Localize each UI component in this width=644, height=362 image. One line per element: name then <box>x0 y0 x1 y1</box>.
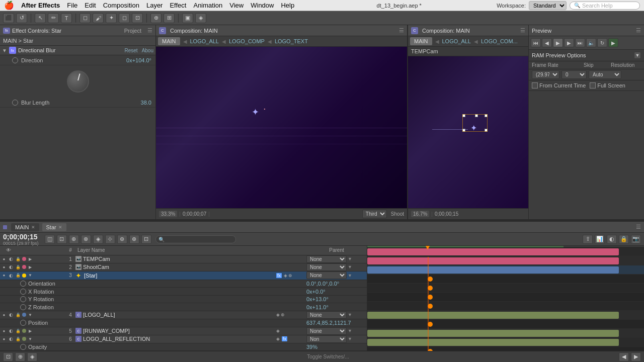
layer-5-expand[interactable] <box>27 328 33 334</box>
toolbar-clone[interactable]: ✦ <box>106 13 117 23</box>
tl-search-input[interactable] <box>155 235 236 243</box>
timeline-timecode[interactable]: 0;00;00;15 <box>3 233 39 241</box>
tl-btn-9[interactable]: ⊡ <box>141 235 151 244</box>
toolbar-camera[interactable]: ⊞ <box>164 13 175 23</box>
toolbar-text[interactable]: T <box>61 13 72 23</box>
comp-tab-main[interactable]: MAIN <box>158 37 180 45</box>
layer-3-parent-dropdown[interactable]: ▼ <box>348 273 352 278</box>
keyframe-position[interactable] <box>428 322 433 327</box>
toolbar-roto[interactable]: ⊡ <box>132 13 143 23</box>
track-bar-2[interactable] <box>367 257 619 264</box>
menu-edit[interactable]: Edit <box>85 2 96 9</box>
tl-btn-shift[interactable]: ⇧ <box>583 235 593 244</box>
right-nav-logo-comp[interactable]: LOGO_COM... <box>481 38 518 44</box>
toolbar-btn-2[interactable]: ↺ <box>16 13 27 23</box>
menu-help[interactable]: Help <box>281 2 294 9</box>
btn-ram[interactable]: ▶ <box>608 38 618 47</box>
track-bar-5[interactable] <box>367 330 619 337</box>
layer-1-solo[interactable] <box>8 256 14 262</box>
layer-row-3[interactable]: 3 ✦ [Star] fx ◈ ⊕ None ▼ <box>0 272 367 280</box>
tl-btn-5[interactable]: ◈ <box>93 235 103 244</box>
toolbar-eraser[interactable]: ◻ <box>119 13 130 23</box>
tl-btn-camera[interactable]: 📷 <box>631 235 641 244</box>
menu-layer[interactable]: Layer <box>146 2 163 9</box>
layer-5-lock[interactable] <box>15 328 21 334</box>
tl-btn-graph[interactable]: 📊 <box>595 235 605 244</box>
layer-3-lock[interactable] <box>15 273 21 279</box>
checkbox-full-screen[interactable] <box>590 82 596 88</box>
timeline-tab-main[interactable]: MAIN ✕ <box>11 223 39 231</box>
layer-row-2[interactable]: 2 📷 ShootCam None ▼ <box>0 263 367 272</box>
tl-btn-1[interactable]: ◫ <box>45 235 55 244</box>
effect-expand-triangle[interactable]: ▼ <box>2 48 7 53</box>
panel-menu-icon[interactable]: ☰ <box>147 27 152 34</box>
sw-orientation[interactable] <box>20 281 26 287</box>
tl-footer-btn2[interactable]: ⊕ <box>15 352 25 361</box>
tl-btn-solo[interactable]: ◐ <box>607 235 617 244</box>
right-comp-menu[interactable]: ☰ <box>520 27 525 34</box>
menu-window[interactable]: Window <box>251 2 274 9</box>
tl-footer-nav1[interactable]: ◀ <box>619 352 629 361</box>
layer-5-parent-dropdown[interactable]: ▼ <box>348 328 352 333</box>
blur-length-value[interactable]: 38.0 <box>141 100 151 106</box>
from-current-time-check[interactable]: From Current Time <box>532 82 586 88</box>
layer-row-1[interactable]: 1 📷 TEMPCam None ▼ <box>0 255 367 263</box>
layer-4-switch2[interactable]: ⊕ <box>281 312 285 317</box>
tab-star-close[interactable]: ✕ <box>58 225 62 230</box>
view-select[interactable]: Third <box>362 210 387 218</box>
direction-dial[interactable] <box>67 70 89 93</box>
sw-position[interactable] <box>20 320 26 326</box>
playhead[interactable] <box>428 246 429 247</box>
layer-2-expand[interactable] <box>27 264 33 270</box>
layer-5-parent-select[interactable]: None <box>306 327 347 335</box>
layer-6-solo[interactable] <box>8 336 14 342</box>
layer-2-lock[interactable] <box>15 264 21 270</box>
keyframe-orientation[interactable] <box>428 277 433 282</box>
tl-btn-8[interactable]: ⊕ <box>129 235 139 244</box>
apple-menu[interactable]: 🍎 <box>4 1 14 10</box>
layer-3-expand[interactable] <box>27 273 33 279</box>
layer-5-solo[interactable] <box>8 328 14 334</box>
layer-row-4[interactable]: 4 C [LOGO_ALL] ◈ ⊕ None ▼ <box>0 311 367 319</box>
menu-composition[interactable]: Composition <box>103 2 139 9</box>
zoom-indicator[interactable]: 33.3% <box>159 211 177 217</box>
tab-main-close[interactable]: ✕ <box>31 225 35 230</box>
layer-2-eye[interactable] <box>1 264 7 270</box>
keyframe-yrotation[interactable] <box>428 295 433 300</box>
checkbox-from-current[interactable] <box>532 82 538 88</box>
preview-menu[interactable]: ☰ <box>636 27 641 34</box>
menu-effect[interactable]: Effect <box>170 2 186 9</box>
tl-footer-nav2[interactable]: ▶ <box>631 352 641 361</box>
toolbar-selection[interactable]: ↖ <box>35 13 46 23</box>
comp-star-element[interactable]: ✦ <box>252 107 259 118</box>
btn-first-frame[interactable]: ⏮ <box>531 38 541 47</box>
layer-6-lock[interactable] <box>15 336 21 342</box>
layer-4-parent-dropdown[interactable]: ▼ <box>348 312 352 317</box>
keyframe-xrotation[interactable] <box>428 286 433 291</box>
layer-4-solo[interactable] <box>8 312 14 318</box>
layer-6-parent-dropdown[interactable]: ▼ <box>348 336 352 341</box>
menu-file[interactable]: File <box>67 2 77 9</box>
skip-select[interactable]: 0 <box>561 70 587 79</box>
full-screen-check[interactable]: Full Screen <box>590 82 625 88</box>
btn-loop[interactable]: ↻ <box>597 38 607 47</box>
track-bar-4[interactable] <box>367 312 619 319</box>
layer-4-switch1[interactable]: ◈ <box>276 312 280 317</box>
timeline-menu[interactable]: ☰ <box>636 224 641 230</box>
layer-row-6[interactable]: 6 C LOGO_ALL_REFLECTION ◈ fx Non ▼ <box>0 335 367 343</box>
direction-value[interactable]: 0x+104.0° <box>126 57 151 63</box>
right-zoom[interactable]: 16.7% <box>411 211 429 217</box>
sw-zrotation[interactable] <box>20 304 26 310</box>
orientation-value[interactable]: 0.0°,0.0°,0.0° <box>306 281 367 287</box>
sw-opacity[interactable] <box>20 344 26 350</box>
toolbar-pen[interactable]: ✏ <box>48 13 59 23</box>
menu-view[interactable]: View <box>229 2 244 9</box>
layer-3-eye[interactable] <box>1 273 7 279</box>
opacity-value[interactable]: 39% <box>306 344 367 350</box>
tl-btn-lock[interactable]: 🔒 <box>619 235 629 244</box>
layer-6-eye[interactable] <box>1 336 7 342</box>
menu-animation[interactable]: Animation <box>193 2 222 9</box>
layer-4-parent-select[interactable]: None <box>306 311 347 319</box>
ram-preview-dropdown[interactable]: ▼ <box>634 52 641 59</box>
layer-2-solo[interactable] <box>8 264 14 270</box>
